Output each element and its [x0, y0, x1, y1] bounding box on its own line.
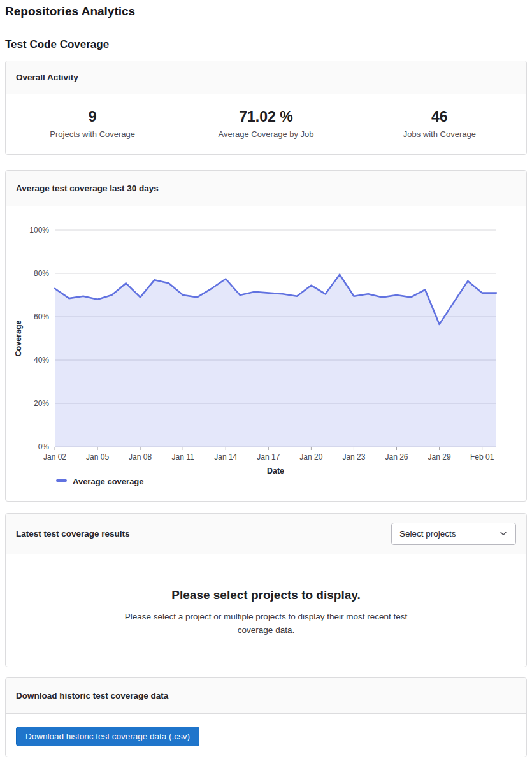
y-axis-title: Coverage [14, 320, 23, 356]
x-tick-label: Jan 17 [257, 453, 280, 461]
overall-activity-card: Overall Activity 9 Projects with Coverag… [5, 61, 527, 155]
x-axis-title: Date [267, 467, 284, 475]
page-title: Repositories Analytics [0, 0, 532, 27]
legend-swatch [56, 479, 67, 482]
latest-results-title: Latest test coverage results [16, 529, 130, 539]
latest-results-header: Latest test coverage results Select proj… [6, 514, 526, 554]
stat-label: Projects with Coverage [6, 129, 179, 139]
x-tick-label: Jan 11 [172, 453, 194, 461]
x-tick-label: Jan 02 [43, 453, 66, 461]
select-projects-label: Select projects [399, 529, 456, 539]
stat-projects-with-coverage: 9 Projects with Coverage [6, 108, 179, 139]
y-tick-label: 0% [38, 442, 50, 451]
empty-state-title: Please select projects to display. [16, 588, 516, 602]
stat-jobs-with-coverage: 46 Jobs with Coverage [353, 108, 526, 139]
y-tick-label: 100% [29, 226, 49, 235]
overall-activity-header: Overall Activity [6, 61, 526, 94]
x-tick-label: Jan 29 [428, 453, 451, 461]
x-tick-label: Jan 05 [86, 453, 109, 461]
stat-value: 9 [6, 108, 179, 126]
download-card-header: Download historic test coverage data [6, 678, 526, 714]
overall-activity-stats: 9 Projects with Coverage 71.02 % Average… [6, 94, 526, 154]
x-tick-label: Jan 14 [214, 453, 237, 461]
y-tick-label: 60% [34, 312, 49, 321]
empty-state-description: Please select a project or multiple proj… [124, 610, 409, 637]
coverage-area-chart: 0%20%40%60%80%100%Jan 02Jan 05Jan 08Jan … [6, 206, 526, 501]
select-projects-dropdown[interactable]: Select projects [391, 523, 516, 545]
x-tick-label: Jan 26 [385, 453, 408, 461]
x-tick-label: Jan 20 [299, 453, 322, 461]
stat-value: 71.02 % [179, 108, 352, 126]
legend-label: Average coverage [73, 477, 144, 486]
stat-average-coverage-by-job: 71.02 % Average Coverage by Job [179, 108, 352, 139]
coverage-chart-header: Average test coverage last 30 days [6, 171, 526, 206]
x-tick-label: Feb 01 [470, 453, 494, 461]
y-tick-label: 40% [34, 356, 49, 365]
download-csv-button[interactable]: Download historic test coverage data (.c… [16, 727, 199, 746]
stat-value: 46 [353, 108, 526, 126]
download-card-body: Download historic test coverage data (.c… [6, 714, 526, 757]
download-card: Download historic test coverage data Dow… [5, 677, 527, 757]
stat-label: Jobs with Coverage [353, 129, 526, 139]
x-tick-label: Jan 08 [129, 453, 152, 461]
latest-results-card: Latest test coverage results Select proj… [5, 513, 527, 667]
coverage-chart-canvas: 0%20%40%60%80%100%Jan 02Jan 05Jan 08Jan … [6, 206, 526, 501]
empty-state: Please select projects to display. Pleas… [6, 554, 526, 667]
y-tick-label: 80% [34, 269, 49, 278]
chevron-down-icon [499, 529, 508, 538]
coverage-chart-card: Average test coverage last 30 days 0%20%… [5, 170, 527, 502]
section-title: Test Code Coverage [5, 38, 527, 51]
y-tick-label: 20% [34, 399, 49, 408]
x-tick-label: Jan 23 [342, 453, 365, 461]
stat-label: Average Coverage by Job [179, 129, 352, 139]
